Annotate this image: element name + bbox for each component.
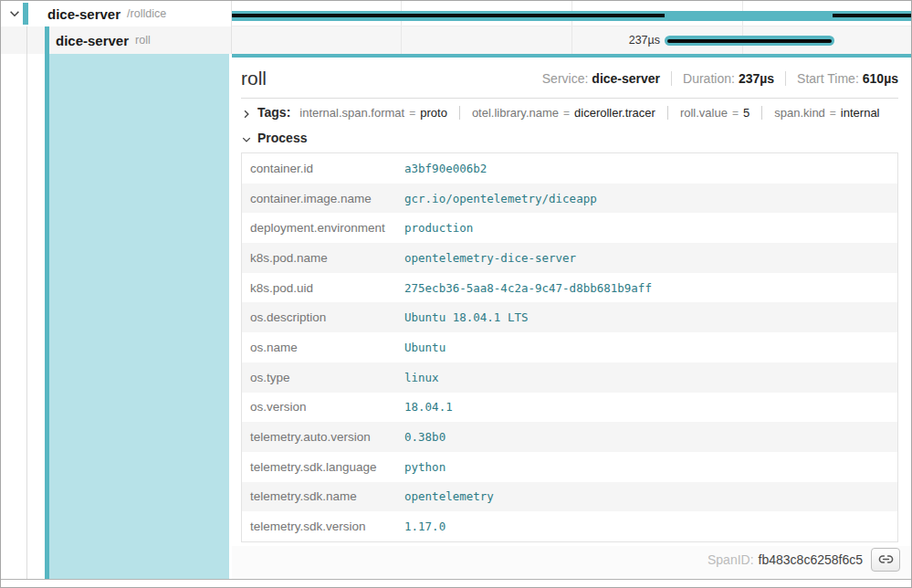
table-row: telemetry.sdk.version1.17.0 — [242, 511, 897, 541]
tags-summary: internal.span.format=proto otel.library.… — [299, 106, 879, 120]
span-bar-stripe — [667, 39, 832, 43]
table-row: os.descriptionUbuntu 18.04.1 LTS — [242, 302, 897, 332]
tag-item: internal.span.format=proto — [299, 106, 447, 120]
span-title: roll — [241, 68, 267, 89]
table-row: os.nameUbuntu — [242, 332, 897, 362]
process-key-value-table: container.ida3bf90e006b2 container.image… — [241, 152, 898, 542]
table-row: telemetry.auto.version0.38b0 — [242, 422, 897, 452]
span-row-roll: dice-server roll 237µs — [1, 26, 911, 54]
meta-service: Service:dice-server — [542, 71, 660, 86]
grid-line — [571, 26, 572, 54]
copy-link-button[interactable] — [871, 548, 900, 572]
span-detail-header: roll Service:dice-server Duration:237µs … — [232, 58, 911, 98]
timeline-cell-roll[interactable]: 237µs — [232, 26, 911, 54]
table-row: os.version18.04.1 — [242, 393, 897, 423]
span-detail-footer: SpanID: fb483c8c6258f6c5 — [232, 546, 911, 579]
table-row: deployment.environmentproduction — [242, 213, 897, 243]
service-color-bar — [45, 26, 49, 54]
grid-line — [401, 26, 402, 54]
span-name-cell-roll[interactable]: dice-server roll — [1, 26, 232, 54]
indent-guide — [26, 26, 27, 54]
table-row: k8s.pod.uid275ecb36-5aa8-4c2a-9c47-d8bb6… — [242, 273, 897, 303]
operation-name: roll — [135, 34, 151, 47]
process-section-toggle[interactable]: Process — [232, 126, 911, 150]
tags-title: Tags: — [257, 105, 290, 120]
timeline-cell-rolldice[interactable] — [232, 1, 911, 26]
chevron-down-icon — [8, 7, 21, 20]
tags-section-toggle[interactable]: Tags: internal.span.format=proto otel.li… — [232, 99, 911, 126]
jaeger-trace-detail-view: dice-server /rolldice dice-server roll 2… — [0, 0, 912, 588]
table-row: telemetry.sdk.nameopentelemetry — [242, 482, 897, 512]
table-row: container.ida3bf90e006b2 — [242, 153, 897, 184]
process-title: Process — [257, 131, 307, 145]
selected-row-left-rail — [1, 54, 232, 579]
chevron-right-icon — [241, 107, 252, 118]
tag-item: span.kind=internal — [761, 106, 879, 120]
span-bar-roll[interactable] — [665, 36, 834, 46]
spanid-value: fb483c8c6258f6c5 — [759, 552, 863, 567]
spanid-label: SpanID: — [708, 552, 754, 567]
span-bar-stripe — [232, 14, 665, 17]
bottom-edge — [1, 579, 911, 587]
indent-guide — [26, 54, 27, 579]
table-row: os.typelinux — [242, 362, 897, 393]
table-row: telemetry.sdk.languagepython — [242, 452, 897, 482]
link-icon — [878, 551, 894, 567]
service-name: dice-server — [47, 6, 121, 22]
span-meta: Service:dice-server Duration:237µs Start… — [542, 71, 898, 86]
meta-start-time: Start Time:610µs — [785, 71, 898, 86]
chevron-down-icon — [241, 132, 252, 143]
span-bar-rolldice[interactable] — [232, 11, 911, 21]
tag-item: roll.value=5 — [667, 106, 750, 120]
service-name: dice-server — [56, 33, 129, 48]
span-duration-label: 237µs — [629, 26, 660, 54]
meta-duration: Duration:237µs — [671, 71, 774, 86]
operation-name: /rolldice — [127, 7, 166, 20]
table-row: k8s.pod.nameopentelemetry-dice-server — [242, 243, 897, 273]
table-row: container.image.namegcr.io/opentelemetry… — [242, 184, 897, 214]
selected-row-highlight — [49, 54, 229, 579]
span-detail-panel: roll Service:dice-server Duration:237µs … — [232, 54, 911, 579]
span-bar-stripe — [833, 14, 911, 17]
span-row-rolldice: dice-server /rolldice — [1, 1, 911, 26]
service-color-bar — [23, 3, 28, 25]
tag-item: otel.library.name=diceroller.tracer — [459, 106, 655, 120]
span-name-cell-rolldice[interactable]: dice-server /rolldice — [1, 1, 232, 26]
